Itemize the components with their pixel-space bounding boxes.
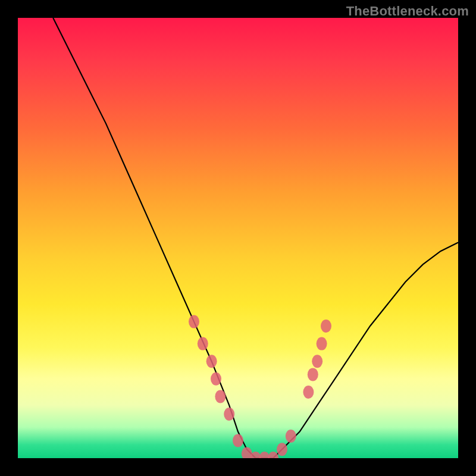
- bottleneck-curve: [18, 18, 458, 458]
- curve-marker: [308, 368, 318, 381]
- curve-marker: [206, 355, 217, 368]
- curve-marker: [198, 337, 208, 350]
- curve-marker: [277, 443, 287, 456]
- watermark-text: TheBottleneck.com: [346, 4, 469, 19]
- curve-marker: [211, 372, 221, 386]
- chart-frame: TheBottleneck.com: [0, 0, 476, 476]
- curve-marker: [215, 390, 226, 403]
- curve-marker: [224, 408, 234, 421]
- curve-marker: [312, 355, 322, 368]
- curve-marker: [286, 430, 296, 443]
- curve-marker: [303, 386, 314, 399]
- plot-area: [18, 18, 458, 458]
- curve-marker: [189, 315, 199, 328]
- curve-marker: [268, 452, 278, 458]
- curve-marker: [233, 434, 243, 447]
- curve-marker: [317, 337, 327, 350]
- curve-marker: [321, 320, 331, 333]
